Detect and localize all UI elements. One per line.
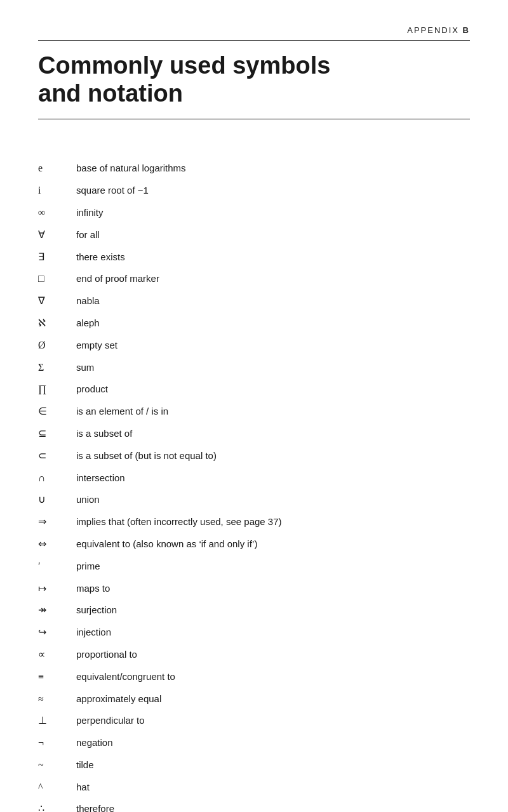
symbol-cell: ∏	[38, 378, 76, 401]
symbol-cell: ℵ	[38, 312, 76, 335]
symbol-cell: ∈	[38, 401, 76, 423]
symbol-cell: ∃	[38, 246, 76, 269]
description-cell: therefore	[76, 798, 470, 812]
table-row: ebase of natural logarithms	[38, 157, 470, 180]
symbol-cell: Ø	[38, 335, 76, 357]
table-row: ↪injection	[38, 622, 470, 644]
description-cell: equivalent/congruent to	[76, 666, 470, 688]
table-row: ∀for all	[38, 224, 470, 246]
description-cell: product	[76, 378, 470, 401]
description-cell: approximately equal	[76, 688, 470, 710]
table-row: Øempty set	[38, 335, 470, 357]
table-row: ⇒implies that (often incorrectly used, s…	[38, 511, 470, 533]
symbol-cell: Σ	[38, 357, 76, 379]
symbol-cell: i	[38, 180, 76, 202]
table-row: ∈is an element of / is in	[38, 401, 470, 423]
table-row: ∇nabla	[38, 290, 470, 312]
table-row: ⊆is a subset of	[38, 423, 470, 445]
description-cell: square root of −1	[76, 180, 470, 202]
table-row: ∞infinity	[38, 202, 470, 224]
symbol-cell: ↠	[38, 599, 76, 622]
description-cell: there exists	[76, 246, 470, 269]
symbol-cell: ≡	[38, 666, 76, 688]
table-row: ∃there exists	[38, 246, 470, 269]
description-cell: surjection	[76, 599, 470, 622]
table-row: ≡equivalent/congruent to	[38, 666, 470, 688]
description-cell: injection	[76, 622, 470, 644]
symbol-cell: ^	[38, 776, 76, 799]
description-cell: end of proof marker	[76, 268, 470, 290]
description-cell: equivalent to (also known as ‘if and onl…	[76, 533, 470, 556]
symbol-cell: ↪	[38, 622, 76, 644]
table-row: ≈approximately equal	[38, 688, 470, 710]
description-cell: is an element of / is in	[76, 401, 470, 423]
bottom-rule	[38, 119, 470, 119]
description-cell: infinity	[76, 202, 470, 224]
symbol-cell: ↦	[38, 578, 76, 600]
description-cell: perpendicular to	[76, 710, 470, 732]
table-row: ¬negation	[38, 732, 470, 754]
symbol-cell: ′	[38, 556, 76, 578]
description-cell: implies that (often incorrectly used, se…	[76, 511, 470, 533]
page-container: APPENDIX B Commonly used symbols and not…	[0, 0, 508, 812]
top-rule	[38, 40, 470, 41]
symbol-cell: ∝	[38, 644, 76, 666]
description-cell: negation	[76, 732, 470, 754]
symbols-table: ebase of natural logarithmsisquare root …	[38, 157, 470, 812]
table-row: ′prime	[38, 556, 470, 578]
symbol-cell: ⇔	[38, 533, 76, 556]
table-row: ↦maps to	[38, 578, 470, 600]
appendix-letter: B	[463, 25, 470, 35]
table-row: □end of proof marker	[38, 268, 470, 290]
description-cell: nabla	[76, 290, 470, 312]
title-line1: Commonly used symbols	[38, 52, 330, 79]
description-cell: base of natural logarithms	[76, 157, 470, 180]
symbol-cell: ⊂	[38, 445, 76, 467]
symbol-cell: ¬	[38, 732, 76, 754]
description-cell: hat	[76, 776, 470, 799]
description-cell: is a subset of (but is not equal to)	[76, 445, 470, 467]
table-row: Σsum	[38, 357, 470, 379]
title-line2: and notation	[38, 80, 183, 107]
description-cell: proportional to	[76, 644, 470, 666]
description-cell: union	[76, 489, 470, 511]
symbol-cell: ⊥	[38, 710, 76, 732]
table-row: ⇔equivalent to (also known as ‘if and on…	[38, 533, 470, 556]
symbol-cell: ∪	[38, 489, 76, 511]
table-row: ↠surjection	[38, 599, 470, 622]
table-row: ~tilde	[38, 754, 470, 776]
table-row: ⊥perpendicular to	[38, 710, 470, 732]
description-cell: sum	[76, 357, 470, 379]
appendix-text: APPENDIX	[407, 25, 462, 35]
table-row: ∴therefore	[38, 798, 470, 812]
symbol-cell: ∀	[38, 224, 76, 246]
description-cell: prime	[76, 556, 470, 578]
description-cell: aleph	[76, 312, 470, 335]
table-row: ℵaleph	[38, 312, 470, 335]
description-cell: empty set	[76, 335, 470, 357]
table-row: ∝proportional to	[38, 644, 470, 666]
description-cell: intersection	[76, 467, 470, 489]
page-title: Commonly used symbols and notation	[38, 52, 470, 107]
table-row: ^hat	[38, 776, 470, 799]
appendix-label: APPENDIX B	[38, 25, 470, 35]
symbol-cell: e	[38, 157, 76, 180]
symbol-cell: ≈	[38, 688, 76, 710]
table-row: ∪union	[38, 489, 470, 511]
symbol-cell: ⇒	[38, 511, 76, 533]
symbol-cell: ~	[38, 754, 76, 776]
table-row: isquare root of −1	[38, 180, 470, 202]
symbol-cell: ∩	[38, 467, 76, 489]
description-cell: for all	[76, 224, 470, 246]
symbol-cell: ∴	[38, 798, 76, 812]
description-cell: maps to	[76, 578, 470, 600]
description-cell: is a subset of	[76, 423, 470, 445]
symbol-cell: ⊆	[38, 423, 76, 445]
description-cell: tilde	[76, 754, 470, 776]
symbol-cell: ∇	[38, 290, 76, 312]
symbol-cell: ∞	[38, 202, 76, 224]
table-row: ∏product	[38, 378, 470, 401]
table-row: ∩intersection	[38, 467, 470, 489]
table-row: ⊂is a subset of (but is not equal to)	[38, 445, 470, 467]
symbol-cell: □	[38, 268, 76, 290]
